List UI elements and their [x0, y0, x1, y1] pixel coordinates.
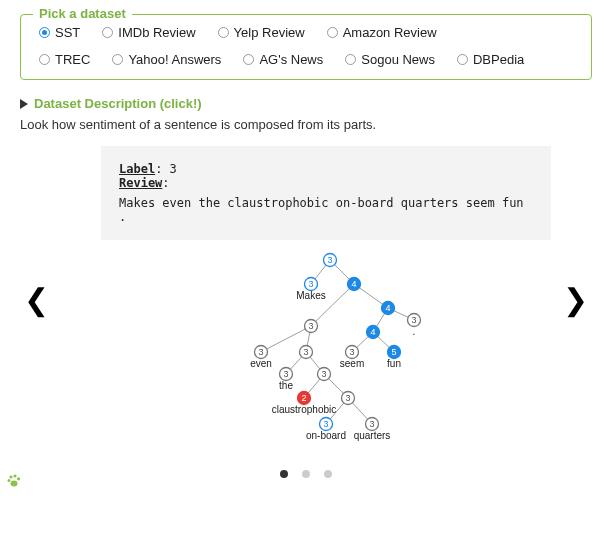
svg-text:3: 3	[349, 347, 354, 357]
radio-label: DBPedia	[473, 52, 524, 67]
svg-text:3: 3	[283, 369, 288, 379]
radio-option[interactable]: Amazon Review	[327, 25, 437, 40]
svg-text:3: 3	[345, 393, 350, 403]
svg-point-59	[9, 475, 12, 478]
svg-text:3: 3	[369, 419, 374, 429]
svg-text:4: 4	[370, 327, 375, 337]
dataset-description-toggle[interactable]: Dataset Description (click!)	[20, 96, 592, 111]
svg-text:3: 3	[303, 347, 308, 357]
review-text: Makes even the claustrophobic on-board q…	[119, 196, 533, 224]
radio-row: SSTIMDb ReviewYelp ReviewAmazon ReviewTR…	[35, 25, 577, 67]
radio-label: Yelp Review	[234, 25, 305, 40]
example-panel: Label: 3 Review: Makes even the claustro…	[61, 146, 551, 452]
dataset-picker: Pick a dataset SSTIMDb ReviewYelp Review…	[20, 14, 592, 80]
svg-text:3: 3	[323, 419, 328, 429]
svg-text:3: 3	[411, 315, 416, 325]
svg-text:on-board: on-board	[306, 430, 346, 441]
parse-tree-svg: 33Makes4343even343.3the33seem5fun2claust…	[156, 252, 456, 452]
carousel-dot[interactable]	[324, 470, 332, 478]
svg-point-60	[13, 474, 16, 477]
radio-icon	[39, 27, 50, 38]
picker-legend: Pick a dataset	[33, 6, 132, 21]
svg-text:quarters: quarters	[354, 430, 391, 441]
svg-text:5: 5	[391, 347, 396, 357]
svg-point-63	[11, 481, 18, 487]
radio-icon	[112, 54, 123, 65]
label-value: 3	[170, 162, 177, 176]
description-body: Look how sentiment of a sentence is comp…	[20, 117, 592, 132]
radio-label: SST	[55, 25, 80, 40]
radio-label: TREC	[55, 52, 90, 67]
radio-option[interactable]: TREC	[39, 52, 90, 67]
carousel-dot[interactable]	[280, 470, 288, 478]
svg-text:4: 4	[351, 279, 356, 289]
radio-option[interactable]: Sogou News	[345, 52, 435, 67]
svg-text:Makes: Makes	[296, 290, 325, 301]
radio-option[interactable]: Yelp Review	[218, 25, 305, 40]
next-button[interactable]: ❯	[559, 282, 592, 317]
svg-point-61	[17, 477, 20, 480]
prev-button[interactable]: ❮	[20, 282, 53, 317]
radio-option[interactable]: SST	[39, 25, 80, 40]
radio-icon	[218, 27, 229, 38]
radio-label: Yahoo! Answers	[128, 52, 221, 67]
radio-option[interactable]: DBPedia	[457, 52, 524, 67]
svg-text:3: 3	[327, 255, 332, 265]
label-key: Label	[119, 162, 155, 176]
svg-text:3: 3	[308, 279, 313, 289]
carousel-dots	[20, 470, 592, 478]
example-carousel: ❮ Label: 3 Review: Makes even the claust…	[20, 146, 592, 452]
svg-text:claustrophobic: claustrophobic	[272, 404, 336, 415]
radio-label: Amazon Review	[343, 25, 437, 40]
svg-text:seem: seem	[340, 358, 364, 369]
radio-icon	[345, 54, 356, 65]
svg-text:4: 4	[385, 303, 390, 313]
svg-text:2: 2	[301, 393, 306, 403]
svg-text:3: 3	[321, 369, 326, 379]
radio-icon	[243, 54, 254, 65]
svg-text:3: 3	[258, 347, 263, 357]
radio-label: AG's News	[259, 52, 323, 67]
paw-icon	[6, 473, 22, 492]
review-key: Review	[119, 176, 162, 190]
carousel-dot[interactable]	[302, 470, 310, 478]
radio-icon	[327, 27, 338, 38]
svg-text:the: the	[279, 380, 293, 391]
svg-text:.: .	[413, 326, 416, 337]
radio-icon	[457, 54, 468, 65]
radio-label: Sogou News	[361, 52, 435, 67]
disclosure-triangle-icon	[20, 99, 28, 109]
example-code: Label: 3 Review: Makes even the claustro…	[101, 146, 551, 240]
svg-text:even: even	[250, 358, 272, 369]
radio-label: IMDb Review	[118, 25, 195, 40]
radio-option[interactable]: Yahoo! Answers	[112, 52, 221, 67]
radio-icon	[39, 54, 50, 65]
radio-option[interactable]: IMDb Review	[102, 25, 195, 40]
svg-text:fun: fun	[387, 358, 401, 369]
description-header-text: Dataset Description (click!)	[34, 96, 202, 111]
radio-icon	[102, 27, 113, 38]
svg-text:3: 3	[308, 321, 313, 331]
radio-option[interactable]: AG's News	[243, 52, 323, 67]
svg-point-62	[8, 479, 11, 482]
parse-tree: 33Makes4343even343.3the33seem5fun2claust…	[61, 252, 551, 452]
